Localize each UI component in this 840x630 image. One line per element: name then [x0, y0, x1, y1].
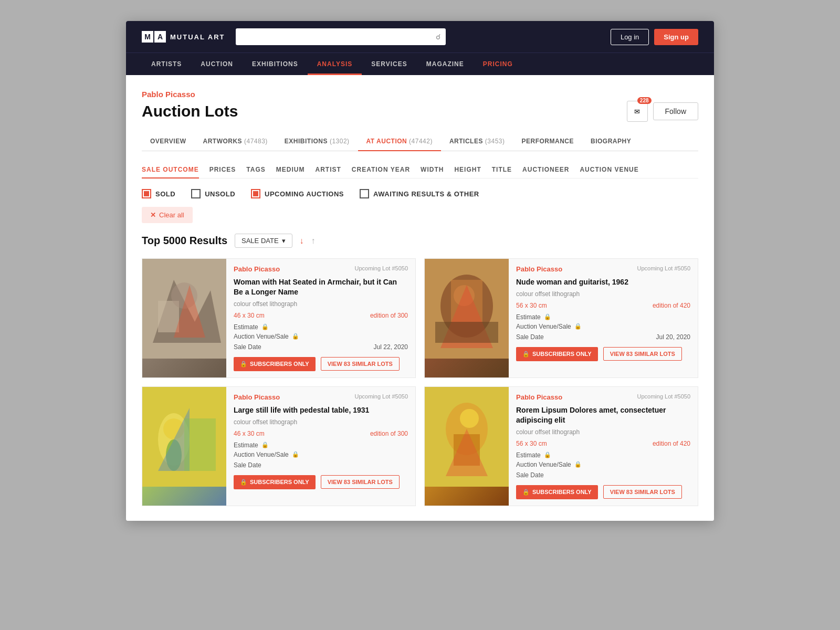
tab-exhibitions[interactable]: EXHIBITIONS (1302) — [276, 132, 358, 151]
login-button[interactable]: Log in — [611, 29, 649, 45]
clear-all-button[interactable]: ✕ Clear all — [142, 207, 193, 223]
follow-button[interactable]: Follow — [653, 102, 698, 120]
page-title: Auction Lots — [142, 102, 238, 120]
view-similar-button[interactable]: VIEW 83 SIMILAR LOTS — [603, 347, 682, 361]
filter-tabs: SALE OUTCOME PRICES TAGS MEDIUM ARTIST C… — [142, 162, 698, 178]
lot-image — [425, 259, 509, 377]
lot-card: Pablo Picasso Upcoming Lot #5050 Nude wo… — [424, 258, 698, 378]
sale-date-label: Sale Date — [234, 461, 261, 469]
lot-number: Upcoming Lot #5050 — [354, 265, 408, 271]
lot-artist-name[interactable]: Pablo Picasso — [516, 393, 562, 401]
lot-artist-name[interactable]: Pablo Picasso — [234, 265, 280, 273]
signup-button[interactable]: Sign up — [654, 29, 698, 45]
tab-at-auction[interactable]: AT AUCTION (47442) — [358, 132, 441, 151]
lot-dimensions: 46 x 30 cm — [234, 430, 265, 437]
lot-medium: colour offset lithograph — [234, 300, 408, 308]
venue-label: Auction Venue/Sale — [234, 451, 289, 458]
venue-lock-icon: 🔒 — [574, 323, 582, 330]
lock-icon: 🔒 — [544, 452, 551, 458]
subscribers-only-button[interactable]: 🔒 SUBSCRIBERS ONLY — [516, 347, 598, 361]
nav-item-magazine[interactable]: MAGAZINE — [417, 53, 474, 75]
tab-overview[interactable]: OVERVIEW — [142, 132, 194, 151]
upcoming-checkbox[interactable] — [251, 189, 260, 198]
lot-artist-name[interactable]: Pablo Picasso — [516, 265, 562, 273]
filter-tab-creation-year[interactable]: CREATION YEAR — [352, 162, 410, 178]
filter-tab-medium[interactable]: MEDIUM — [276, 162, 305, 178]
logo[interactable]: M A MUTUAL ART — [142, 31, 225, 43]
lot-details: Pablo Picasso Upcoming Lot #5050 Rorem L… — [509, 387, 698, 506]
view-similar-button[interactable]: VIEW 83 SIMILAR LOTS — [603, 485, 682, 499]
main-content: Pablo Picasso Auction Lots ✉ 228 Follow … — [126, 75, 714, 521]
lot-edition: edition of 420 — [653, 440, 690, 447]
tab-articles[interactable]: ARTICLES (3453) — [441, 132, 513, 151]
sort-asc-button[interactable]: ↑ — [311, 236, 316, 246]
filter-tab-height[interactable]: HEIGHT — [454, 162, 481, 178]
logo-m-letter: M — [142, 31, 153, 43]
lot-details: Pablo Picasso Upcoming Lot #5050 Large s… — [226, 387, 415, 506]
lock-small-icon: 🔒 — [240, 361, 247, 368]
search-icon[interactable]: ☌ — [436, 33, 440, 41]
sort-desc-button[interactable]: ↓ — [300, 236, 304, 246]
filter-tab-tags[interactable]: TAGS — [246, 162, 265, 178]
logo-a-letter: A — [154, 31, 166, 43]
view-similar-button[interactable]: VIEW 83 SIMILAR LOTS — [321, 475, 400, 489]
lot-artist-name[interactable]: Pablo Picasso — [234, 393, 280, 401]
results-grid: Pablo Picasso Upcoming Lot #5050 Woman w… — [142, 258, 698, 506]
svg-rect-16 — [184, 418, 216, 471]
lock-icon: 🔒 — [544, 313, 551, 320]
lot-card: Pablo Picasso Upcoming Lot #5050 Rorem L… — [424, 386, 698, 506]
filter-unsold[interactable]: UNSOLD — [191, 189, 235, 198]
page-title-row: Auction Lots ✉ 228 Follow — [142, 101, 698, 122]
nav-item-artists[interactable]: ARTISTS — [142, 53, 191, 75]
lot-dimensions: 56 x 30 cm — [516, 440, 547, 447]
artist-tabs: OVERVIEW ARTWORKS (47483) EXHIBITIONS (1… — [142, 132, 698, 151]
tab-biography[interactable]: BIOGRAPHY — [582, 132, 639, 151]
artist-name-link[interactable]: Pablo Picasso — [142, 90, 698, 99]
filter-tab-auctioneer[interactable]: AUCTIONEER — [522, 162, 569, 178]
lot-details: Pablo Picasso Upcoming Lot #5050 Nude wo… — [509, 259, 698, 377]
nav-item-auction[interactable]: AUCTION — [191, 53, 243, 75]
lot-dimensions: 46 x 30 cm — [234, 312, 265, 319]
nav-item-services[interactable]: SERVICES — [362, 53, 416, 75]
venue-label: Auction Venue/Sale — [234, 333, 289, 340]
sold-checkbox[interactable] — [142, 189, 151, 198]
lot-title: Large still life with pedestal table, 19… — [234, 405, 408, 415]
filter-upcoming[interactable]: UPCOMING AUCTIONS — [251, 189, 344, 198]
lock-icon: 🔒 — [261, 323, 269, 330]
awaiting-checkbox[interactable] — [360, 189, 369, 198]
tab-performance[interactable]: PERFORMANCE — [513, 132, 582, 151]
subscribers-only-button[interactable]: 🔒 SUBSCRIBERS ONLY — [516, 485, 598, 499]
lock-small-icon: 🔒 — [522, 351, 530, 358]
filter-tab-artist[interactable]: ARTIST — [315, 162, 341, 178]
estimate-label: Estimate — [234, 323, 258, 331]
close-icon: ✕ — [150, 211, 156, 219]
filter-awaiting[interactable]: AWAITING RESULTS & OTHER — [360, 189, 479, 198]
sort-dropdown[interactable]: SALE DATE ▾ — [235, 234, 292, 248]
search-input[interactable] — [236, 28, 446, 45]
subscribers-only-button[interactable]: 🔒 SUBSCRIBERS ONLY — [234, 357, 316, 371]
lot-image — [142, 387, 226, 506]
filter-tab-prices[interactable]: PRICES — [209, 162, 236, 178]
nav-item-pricing[interactable]: PRICING — [474, 53, 522, 75]
nav-item-exhibitions[interactable]: EXHIBITIONS — [243, 53, 308, 75]
subscribers-only-button[interactable]: 🔒 SUBSCRIBERS ONLY — [234, 475, 316, 489]
filter-tab-title[interactable]: TITLE — [492, 162, 512, 178]
title-actions: ✉ 228 Follow — [627, 101, 698, 122]
notification-badge: 228 — [637, 97, 652, 104]
view-similar-button[interactable]: VIEW 83 SIMILAR LOTS — [321, 357, 400, 371]
tab-artworks[interactable]: ARTWORKS (47483) — [194, 132, 276, 151]
chevron-down-icon: ▾ — [282, 237, 286, 245]
lot-card: Pablo Picasso Upcoming Lot #5050 Woman w… — [142, 258, 416, 378]
svg-point-19 — [460, 409, 479, 428]
estimate-label: Estimate — [234, 442, 258, 449]
filter-tab-width[interactable]: WIDTH — [421, 162, 444, 178]
search-bar[interactable]: ☌ — [236, 28, 446, 45]
venue-lock-icon: 🔒 — [292, 451, 299, 458]
notification-button[interactable]: ✉ 228 — [627, 101, 648, 122]
filter-sold[interactable]: SOLD — [142, 189, 175, 198]
main-nav: ARTISTS AUCTION EXHIBITIONS ANALYSIS SER… — [126, 52, 714, 75]
filter-tab-auction-venue[interactable]: AUCTION VENUE — [580, 162, 638, 178]
nav-item-analysis[interactable]: ANALYSIS — [308, 53, 362, 75]
filter-tab-sale-outcome[interactable]: SALE OUTCOME — [142, 162, 199, 178]
unsold-checkbox[interactable] — [191, 189, 201, 198]
